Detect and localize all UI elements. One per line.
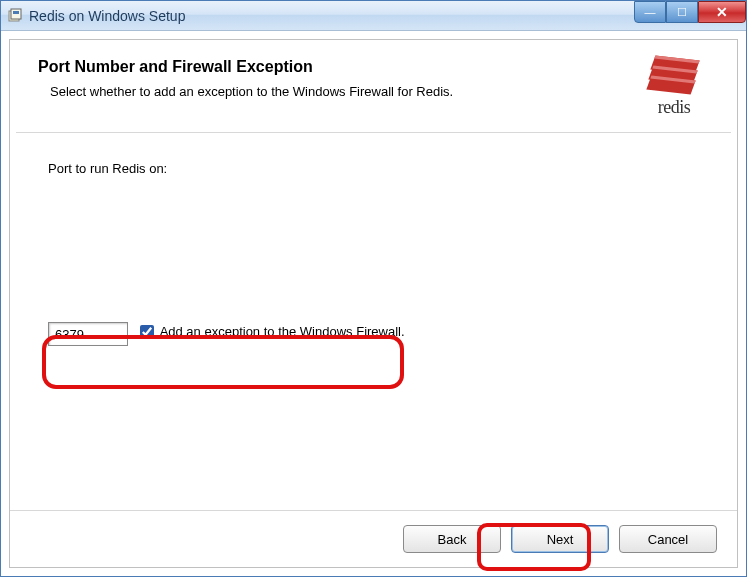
- header-area: Port Number and Firewall Exception Selec…: [10, 40, 737, 132]
- back-button[interactable]: Back: [403, 525, 501, 553]
- footer-buttons: Back Next Cancel: [10, 510, 737, 567]
- titlebar[interactable]: Redis on Windows Setup — ☐ ✕: [1, 1, 746, 31]
- firewall-checkbox-row: Add an exception to the Windows Firewall…: [132, 318, 413, 345]
- installer-icon: [7, 8, 23, 24]
- cancel-button[interactable]: Cancel: [619, 525, 717, 553]
- redis-logo: redis: [639, 58, 709, 118]
- installer-window: Redis on Windows Setup — ☐ ✕ Port Number…: [0, 0, 747, 577]
- window-title: Redis on Windows Setup: [29, 8, 185, 24]
- next-button[interactable]: Next: [511, 525, 609, 553]
- minimize-button[interactable]: —: [634, 1, 666, 23]
- port-input[interactable]: [48, 322, 128, 346]
- page-subtitle: Select whether to add an exception to th…: [50, 84, 453, 99]
- svg-rect-2: [13, 11, 19, 14]
- form-area: Port to run Redis on: Add an exception t…: [10, 133, 737, 510]
- dialog-body: Port Number and Firewall Exception Selec…: [9, 39, 738, 568]
- redis-logo-text: redis: [658, 97, 691, 118]
- firewall-checkbox[interactable]: [140, 325, 154, 339]
- maximize-button[interactable]: ☐: [666, 1, 698, 23]
- window-controls: — ☐ ✕: [634, 1, 746, 23]
- firewall-checkbox-label[interactable]: Add an exception to the Windows Firewall…: [160, 324, 405, 339]
- redis-logo-icon: [648, 58, 700, 93]
- close-button[interactable]: ✕: [698, 1, 746, 23]
- page-title: Port Number and Firewall Exception: [38, 58, 453, 76]
- port-label: Port to run Redis on:: [48, 161, 699, 176]
